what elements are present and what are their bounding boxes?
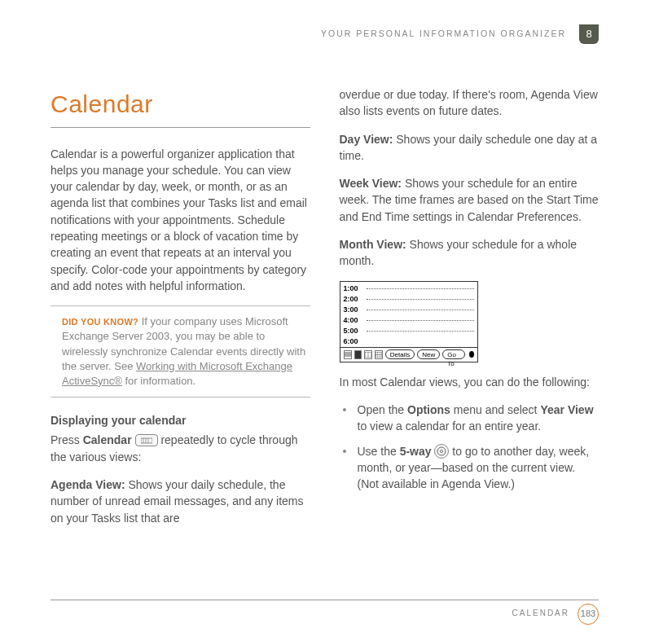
section-title: Calendar bbox=[51, 86, 310, 128]
day-view-paragraph: Day View: Shows your daily schedule one … bbox=[340, 131, 600, 165]
week-view-paragraph: Week View: Shows your schedule for an en… bbox=[340, 175, 600, 225]
time-dots bbox=[367, 299, 474, 300]
footer-section-label: CALENDAR bbox=[512, 608, 569, 620]
press-text-a: Press bbox=[51, 433, 83, 446]
agenda-view-paragraph: Agenda View: Shows your daily schedule, … bbox=[51, 477, 310, 526]
list-item: Use the 5-way to go to another day, week… bbox=[340, 443, 600, 493]
new-button[interactable]: New bbox=[417, 349, 440, 359]
time-row: 6:00 bbox=[344, 336, 474, 347]
press-paragraph: Press Calendar repeatedly to cycle throu… bbox=[51, 432, 310, 465]
week-view-label: Week View: bbox=[340, 177, 402, 190]
callout-label: DID YOU KNOW? bbox=[62, 317, 138, 327]
calendar-screenshot: 1:00 2:00 3:00 4:00 5:00 6:00 Details Ne… bbox=[340, 281, 478, 362]
time-dots bbox=[367, 331, 474, 332]
b1-a: Open the bbox=[358, 403, 408, 416]
time-dots bbox=[367, 310, 474, 310]
month-view-icon[interactable] bbox=[375, 350, 383, 359]
b2-a: Use the bbox=[358, 445, 400, 458]
time-row: 4:00 bbox=[344, 315, 474, 326]
intro-paragraph: Calendar is a powerful organizer applica… bbox=[51, 146, 310, 295]
day-view-label: Day View: bbox=[340, 133, 393, 146]
b2-5way: 5-way bbox=[400, 445, 432, 458]
b1-e: to view a calendar for an entire year. bbox=[358, 420, 542, 433]
time-label: 1:00 bbox=[344, 283, 365, 294]
week-view-icon[interactable] bbox=[364, 350, 372, 359]
page: YOUR PERSONAL INFORMATION ORGANIZER 8 CH… bbox=[0, 0, 672, 637]
time-label: 5:00 bbox=[344, 326, 365, 336]
calendar-button-icon bbox=[135, 434, 158, 446]
list-view-icon[interactable] bbox=[344, 350, 352, 359]
goto-button[interactable]: Go To bbox=[442, 349, 464, 359]
time-rows: 1:00 2:00 3:00 4:00 5:00 6:00 bbox=[340, 282, 477, 347]
details-button[interactable]: Details bbox=[385, 349, 415, 359]
svg-point-14 bbox=[441, 450, 443, 452]
time-label: 2:00 bbox=[344, 294, 365, 305]
time-row: 3:00 bbox=[344, 305, 474, 315]
left-column: Calendar Calendar is a powerful organize… bbox=[51, 86, 310, 538]
header-bar: YOUR PERSONAL INFORMATION ORGANIZER 8 bbox=[51, 24, 599, 46]
agenda-continuation: overdue or due today. If there's room, A… bbox=[340, 86, 600, 120]
chapter-number-badge: 8 bbox=[579, 24, 599, 44]
month-view-label: Month View: bbox=[340, 238, 406, 251]
list-item: Open the Options menu and select Year Vi… bbox=[340, 402, 600, 435]
screenshot-footer: Details New Go To bbox=[340, 347, 477, 362]
time-row: 1:00 bbox=[344, 283, 474, 294]
time-dots bbox=[367, 320, 474, 321]
bullet-list: Open the Options menu and select Year Vi… bbox=[340, 402, 600, 492]
time-label: 4:00 bbox=[344, 315, 365, 326]
time-label: 3:00 bbox=[344, 305, 365, 315]
time-row: 5:00 bbox=[344, 326, 474, 336]
content-columns: Calendar Calendar is a powerful organize… bbox=[51, 86, 599, 538]
menu-dot-icon[interactable] bbox=[469, 351, 474, 358]
right-column: overdue or due today. If there's room, A… bbox=[340, 86, 600, 538]
day-view-icon[interactable] bbox=[354, 350, 362, 359]
b1-yearview: Year View bbox=[540, 403, 593, 416]
page-number: 183 bbox=[578, 604, 599, 625]
month-view-paragraph: Month View: Shows your schedule for a wh… bbox=[340, 236, 600, 270]
subheading-displaying: Displaying your calendar bbox=[51, 412, 310, 428]
time-dots bbox=[367, 288, 474, 289]
page-footer: CALENDAR 183 bbox=[51, 600, 599, 622]
time-label: 6:00 bbox=[344, 336, 365, 347]
five-way-icon bbox=[434, 444, 449, 459]
callout-text-b: for information. bbox=[122, 375, 195, 387]
agenda-view-label: Agenda View: bbox=[51, 478, 125, 491]
running-head: YOUR PERSONAL INFORMATION ORGANIZER bbox=[321, 28, 566, 40]
svg-point-13 bbox=[437, 447, 446, 455]
b1-c: menu and select bbox=[450, 403, 541, 416]
b1-options: Options bbox=[407, 403, 450, 416]
svg-rect-0 bbox=[141, 438, 152, 443]
time-row: 2:00 bbox=[344, 294, 474, 305]
after-screenshot-text: In most Calendar views, you can do the f… bbox=[340, 374, 600, 390]
press-calendar-bold: Calendar bbox=[83, 433, 132, 446]
did-you-know-callout: DID YOU KNOW? If your company uses Micro… bbox=[51, 305, 310, 398]
